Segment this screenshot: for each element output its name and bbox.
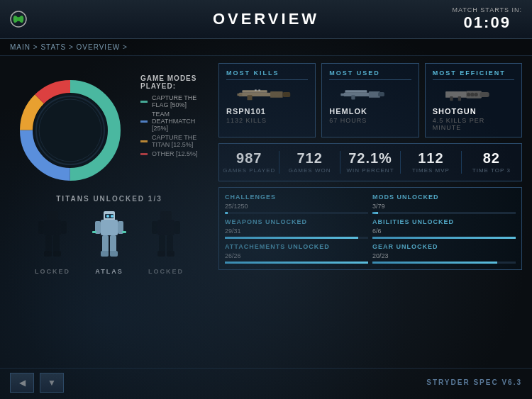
svg-rect-9 [47,211,58,221]
svg-rect-25 [92,231,96,233]
stat-item: 112 TIMES MVP [401,151,461,174]
stat-item: 987 GAMES PLAYED [219,151,279,174]
progress-title: ABILITIES UNLOCKED [372,218,516,225]
stat-label: TIMES MVP [401,167,460,174]
weapon-card-title: MOST EFFICIENT [433,69,514,80]
svg-rect-44 [255,89,257,91]
svg-rect-16 [53,251,61,257]
progress-item: ABILITIES UNLOCKED 6/6 [372,218,516,239]
back-button[interactable]: ◀ [10,373,34,393]
main-content: GAME MODES PLAYED: CAPTURE THE FLAG [50%… [0,56,532,368]
svg-rect-12 [61,221,67,234]
donut-chart [10,70,131,191]
svg-rect-33 [174,221,180,234]
svg-point-28 [106,215,109,218]
stat-value: 987 [219,151,279,165]
xbox-icon [10,11,27,28]
progress-bar-bg [225,262,368,264]
progress-bar-bg [372,237,516,239]
version-label: STRYDER SPEC V6.3 [426,378,522,386]
titan-figure [145,208,187,265]
progress-value: 6/6 [372,227,516,235]
match-timer-block: MATCH STARTS IN: 01:09 [452,6,522,32]
legend-item: CAPTURE THE TITAN [12.5%] [140,134,209,148]
svg-point-1 [16,17,21,21]
progress-bar-fill [225,262,368,264]
weapon-name: SHOTGUN [433,107,514,116]
stat-item: 72.1% WIN PERCENT [340,151,401,174]
progress-title: GEAR UNLOCKED [372,243,516,250]
titan-item: LOCKED [145,208,187,275]
svg-rect-51 [341,94,345,96]
weapon-card: MOST EFFICIENT SHOTGUN 4.5 KILLS PER MIN… [425,63,522,137]
progress-value: 20/23 [372,252,516,259]
progress-item: MODS UNLOCKED 3/79 [372,193,516,214]
legend-text: OTHER [12.5%] [152,150,198,157]
weapon-stat: 67 HOURS [329,117,411,124]
progress-bar-bg [372,212,516,214]
progress-bar-bg [225,237,368,239]
titan-name: LOCKED [35,268,70,275]
svg-rect-45 [258,89,260,91]
svg-rect-41 [248,95,253,100]
svg-rect-37 [167,251,174,257]
stats-row: 987 GAMES PLAYED 712 GAMES WON 72.1% WIN… [218,143,522,181]
progress-item: CHALLENGES 25/1250 [225,193,368,214]
legend-text: CAPTURE THE TITAN [12.5%] [152,134,209,148]
titan-name: LOCKED [148,268,184,275]
svg-rect-11 [38,221,44,234]
weapon-card-title: MOST KILLS [226,69,308,80]
progress-value: 26/26 [225,252,368,259]
svg-rect-31 [157,220,174,235]
titan-item: LOCKED [31,208,74,275]
progress-value: 29/31 [225,227,368,235]
progress-item: GEAR UNLOCKED 20/23 [372,243,516,264]
progress-bar-fill [372,212,378,214]
legend-item: TEAM DEATHMATCH [25%] [140,111,209,132]
svg-rect-48 [345,90,367,93]
titan-item: ATLAS [88,208,131,275]
svg-point-58 [470,93,474,96]
progress-title: ATTACHEMENTS UNLOCKED [225,243,368,250]
stat-item: 712 GAMES WON [279,151,340,174]
svg-rect-14 [53,235,60,252]
progress-title: WEAPONS UNLOCKED [225,218,368,225]
legend-item: CAPTURE THE FLAG [50%] [140,94,209,108]
weapon-name: RSPN101 [226,107,308,116]
stat-label: GAMES PLAYED [219,167,279,174]
down-icon: ▼ [48,378,56,388]
titan-figure [31,208,74,265]
weapon-name: HEMLOK [329,107,411,116]
left-panel: GAME MODES PLAYED: CAPTURE THE FLAG [50%… [10,63,209,361]
progress-bar-fill [372,237,516,239]
svg-rect-36 [157,251,165,257]
weapon-cards: MOST KILLS RSPN101 1132 KILLS MOST USED [218,63,522,137]
progress-item: WEAPONS UNLOCKED 29/31 [225,218,368,239]
legend-color [140,101,148,103]
weapon-image [329,84,411,104]
legend-items: CAPTURE THE FLAG [50%] TEAM DEATHMATCH [… [140,94,209,157]
legend-text: CAPTURE THE FLAG [50%] [152,94,209,108]
titans-row: LOCKED ATLAS [10,208,209,275]
svg-rect-10 [44,220,61,235]
svg-rect-52 [445,91,467,98]
footer: ◀ ▼ STRYDER SPEC V6.3 [0,368,532,396]
svg-rect-26 [122,231,126,233]
svg-rect-35 [167,235,173,252]
progress-value: 25/1250 [225,203,368,210]
svg-rect-49 [352,95,355,99]
progress-item: ATTACHEMENTS UNLOCKED 26/26 [225,243,368,264]
svg-rect-54 [480,92,489,97]
svg-rect-55 [450,96,453,101]
down-button[interactable]: ▼ [40,373,64,393]
stat-item: 82 TIME TOP 3 [462,151,521,174]
stat-value: 712 [279,151,339,165]
progress-grid: CHALLENGES 25/1250 MODS UNLOCKED 3/79 WE… [218,187,522,270]
svg-rect-23 [101,251,109,257]
titans-label: TITANS UNLOCKED 1/3 [10,195,209,203]
svg-rect-50 [378,92,384,96]
page-title: OVERVIEW [213,10,319,28]
svg-rect-42 [283,92,291,97]
svg-rect-21 [102,235,109,252]
progress-bar-fill [225,237,358,239]
